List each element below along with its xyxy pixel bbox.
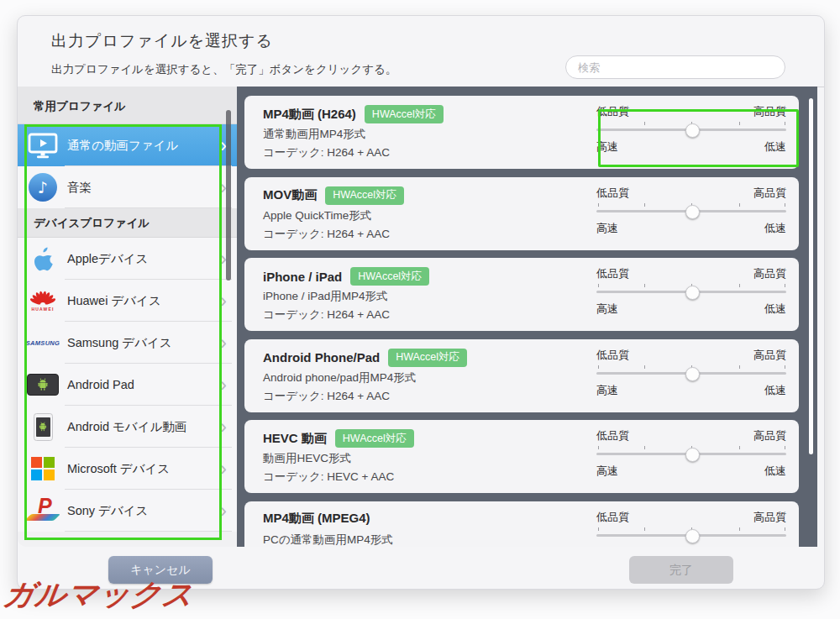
profile-title: iPhone / iPad [263, 270, 342, 284]
sidebar-section-header: 常用プロファイル [18, 87, 237, 124]
search-input[interactable] [565, 55, 785, 79]
profile-title: HEVC 動画 [263, 431, 327, 447]
profile-description: 通常動画用MP4形式 [263, 127, 365, 142]
slider-label-slow: 低速 [764, 302, 786, 316]
slider-thumb[interactable] [685, 123, 700, 138]
quality-speed-slider: 低品質高品質高速低速 [596, 186, 786, 235]
sidebar: 常用プロファイル通常の動画ファイル›♪音楽›デバイスプロファイルAppleデバイ… [18, 87, 237, 547]
chevron-right-icon: › [220, 417, 227, 437]
chevron-right-icon: › [220, 291, 227, 311]
slider-thumb[interactable] [685, 367, 700, 381]
sidebar-item-sony-devices[interactable]: PSony デバイス› [18, 490, 237, 532]
profile-description: iPhone / iPad用MP4形式 [263, 289, 388, 304]
sidebar-item-label: Microsoft デバイス [67, 461, 220, 477]
slider-thumb[interactable] [685, 448, 700, 462]
profile-title: MOV動画 [263, 187, 317, 203]
sidebar-item-label: Android モバイル動画 [67, 419, 220, 435]
sidebar-item-normal-video[interactable]: 通常の動画ファイル› [18, 124, 237, 166]
quality-speed-slider: 低品質高品質高速低速 [596, 428, 786, 478]
slider-label-low-quality: 低品質 [596, 348, 629, 362]
slider-label-fast: 高速 [596, 383, 618, 397]
panel-scrollbar[interactable] [809, 98, 813, 454]
slider-label-high-quality: 高品質 [753, 510, 786, 524]
profile-card[interactable]: MP4動画 (MPEG4)PCの通常動画用MP4形式低品質高品質高速低速 [244, 501, 799, 548]
done-button[interactable]: 完了 [629, 556, 733, 584]
profile-list: MP4動画 (H264)HWAccel対応通常動画用MP4形式コーデック: H2… [237, 96, 817, 547]
profile-card[interactable]: MP4動画 (H264)HWAccel対応通常動画用MP4形式コーデック: H2… [244, 96, 799, 169]
profile-codec: コーデック: H264 + AAC [263, 145, 390, 160]
sidebar-item-samsung-devices[interactable]: SAMSUNGSamsung デバイス› [18, 322, 237, 364]
slider-label-low-quality: 低品質 [596, 186, 629, 200]
slider-label-fast: 高速 [596, 464, 618, 478]
slider-label-high-quality: 高品質 [753, 266, 786, 281]
chevron-right-icon: › [220, 501, 227, 521]
profile-codec: コーデック: H264 + AAC [263, 389, 390, 404]
slider-label-low-quality: 低品質 [596, 428, 629, 443]
samsung-logo-icon: SAMSUNG [26, 327, 60, 359]
slider-label-fast: 高速 [596, 221, 618, 235]
quality-speed-slider: 低品質高品質高速低速 [596, 266, 786, 316]
profile-card[interactable]: HEVC 動画HWAccel対応動画用HEVC形式コーデック: HEVC + A… [244, 420, 799, 493]
hwaccel-badge: HWAccel対応 [335, 429, 414, 448]
profile-codec: コーデック: H264 + AAC [263, 307, 390, 323]
slider-label-fast: 高速 [596, 139, 618, 154]
page-title: 出力プロファイルを選択する [51, 30, 273, 52]
watermark-logo: ガルマックス [1, 574, 197, 616]
sidebar-item-music[interactable]: ♪音楽› [18, 166, 237, 208]
quality-speed-slider: 低品質高品質高速低速 [596, 348, 786, 397]
profile-card[interactable]: Android Phone/PadHWAccel対応Android phone/… [244, 339, 799, 412]
profile-card[interactable]: iPhone / iPadHWAccel対応iPhone / iPad用MP4形… [244, 258, 799, 331]
profile-panel: MP4動画 (H264)HWAccel対応通常動画用MP4形式コーデック: H2… [237, 87, 817, 547]
slider-label-low-quality: 低品質 [596, 266, 629, 281]
slider-label-high-quality: 高品質 [753, 348, 786, 362]
sidebar-list: 常用プロファイル通常の動画ファイル›♪音楽›デバイスプロファイルAppleデバイ… [18, 87, 237, 532]
quality-speed-slider: 低品質高品質高速低速 [596, 104, 786, 154]
slider-label-low-quality: 低品質 [596, 104, 629, 118]
sidebar-item-android-pad[interactable]: Android Pad› [18, 364, 237, 406]
slider-label-high-quality: 高品質 [753, 186, 786, 200]
sidebar-item-microsoft-devices[interactable]: Microsoft デバイス› [18, 448, 237, 490]
dialog-subtitle: 出力プロファイルを選択すると、「完了」ボタンをクリックする。 [51, 62, 396, 77]
sidebar-scrollbar[interactable] [226, 110, 231, 281]
apple-logo-icon [26, 243, 60, 275]
slider-label-slow: 低速 [764, 545, 786, 548]
hwaccel-badge: HWAccel対応 [350, 267, 429, 286]
slider-thumb[interactable] [685, 529, 700, 543]
profile-card[interactable]: MOV動画HWAccel対応Apple QuickTime形式コーデック: H2… [244, 177, 799, 250]
dialog-header: 出力プロファイルを選択する 出力プロファイルを選択すると、「完了」ボタンをクリッ… [18, 16, 824, 87]
sidebar-section-header: デバイスプロファイル [18, 208, 237, 238]
sidebar-item-label: Huawei デバイス [67, 293, 220, 309]
hwaccel-badge: HWAccel対応 [388, 349, 467, 367]
chevron-right-icon: › [220, 459, 227, 479]
slider-label-slow: 低速 [764, 383, 786, 397]
screen: 出力プロファイルを選択する 出力プロファイルを選択すると、「完了」ボタンをクリッ… [0, 0, 840, 619]
playstation-logo-icon: P [26, 495, 60, 527]
sidebar-item-label: Samsung デバイス [67, 335, 220, 351]
sidebar-item-label: 音楽 [67, 180, 220, 196]
sidebar-item-android-mobile[interactable]: Android モバイル動画› [18, 406, 237, 448]
slider-thumb[interactable] [685, 286, 700, 300]
profile-codec: コーデック: HEVC + AAC [263, 469, 394, 485]
huawei-logo-icon: HUAWEI [26, 285, 60, 317]
profile-description: PCの通常動画用MP4形式 [263, 532, 393, 548]
slider-label-fast: 高速 [596, 545, 618, 548]
microsoft-logo-icon [26, 453, 60, 485]
sidebar-item-label: Android Pad [67, 378, 220, 391]
profile-title: MP4動画 (H264) [263, 107, 356, 123]
output-profile-dialog: 出力プロファイルを選択する 出力プロファイルを選択すると、「完了」ボタンをクリッ… [17, 15, 825, 590]
profile-title: MP4動画 (MPEG4) [263, 511, 370, 527]
profile-description: 動画用HEVC形式 [263, 451, 351, 466]
video-monitor-icon [26, 129, 60, 161]
sidebar-item-apple-devices[interactable]: Appleデバイス› [18, 238, 237, 280]
slider-label-slow: 低速 [764, 464, 786, 478]
hwaccel-badge: HWAccel対応 [365, 105, 444, 123]
chevron-right-icon: › [220, 375, 227, 395]
sidebar-item-label: Sony デバイス [67, 503, 220, 519]
sidebar-item-huawei-devices[interactable]: HUAWEIHuawei デバイス› [18, 280, 237, 322]
slider-thumb[interactable] [685, 205, 700, 219]
slider-label-low-quality: 低品質 [596, 510, 629, 524]
sidebar-item-label: Appleデバイス [67, 251, 220, 267]
slider-label-slow: 低速 [764, 139, 786, 154]
profile-title: Android Phone/Pad [263, 350, 380, 365]
slider-label-high-quality: 高品質 [753, 104, 786, 118]
